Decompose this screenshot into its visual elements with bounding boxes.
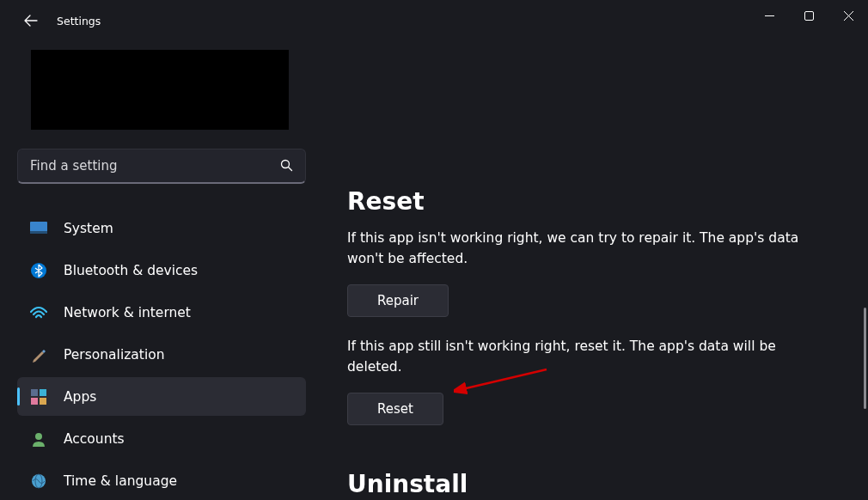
sidebar-item-label: Bluetooth & devices xyxy=(64,263,198,278)
time-icon xyxy=(29,472,48,491)
apps-icon xyxy=(29,387,48,406)
accounts-icon xyxy=(29,430,48,448)
svg-rect-7 xyxy=(31,398,38,405)
svg-rect-5 xyxy=(31,389,38,396)
window-controls xyxy=(749,0,868,31)
close-icon xyxy=(844,11,853,21)
app-title: Settings xyxy=(57,15,101,27)
personalization-icon xyxy=(29,345,48,364)
search-input[interactable] xyxy=(30,158,280,174)
sidebar-item-label: Accounts xyxy=(64,431,125,447)
svg-rect-0 xyxy=(804,11,813,20)
search-box[interactable] xyxy=(17,149,306,184)
maximize-button[interactable] xyxy=(789,0,828,31)
svg-rect-6 xyxy=(40,389,46,396)
svg-rect-8 xyxy=(40,398,46,405)
sidebar-item-label: Apps xyxy=(64,389,96,405)
maximize-icon xyxy=(804,11,814,21)
sidebar-item-time[interactable]: Time & language xyxy=(17,461,306,500)
sidebar-item-bluetooth[interactable]: Bluetooth & devices xyxy=(17,252,306,290)
sidebar-item-label: Time & language xyxy=(64,473,177,489)
sidebar-item-system[interactable]: System xyxy=(17,210,306,248)
repair-description: If this app isn't working right, we can … xyxy=(347,228,828,269)
system-icon xyxy=(29,219,48,238)
network-icon xyxy=(29,303,48,322)
back-button[interactable] xyxy=(17,7,45,34)
sidebar-item-label: Personalization xyxy=(64,347,165,363)
user-block xyxy=(31,50,289,130)
reset-description: If this app still isn't working right, r… xyxy=(347,336,828,377)
sidebar-item-network[interactable]: Network & internet xyxy=(17,294,306,332)
svg-rect-3 xyxy=(30,231,47,234)
sidebar-item-label: System xyxy=(64,221,113,236)
sidebar: System Bluetooth & devices Network & int… xyxy=(0,41,315,500)
reset-button[interactable]: Reset xyxy=(347,393,443,425)
uninstall-section-title: Uninstall xyxy=(347,470,859,498)
sidebar-item-personalization[interactable]: Personalization xyxy=(17,336,306,375)
bluetooth-icon xyxy=(29,261,48,280)
close-button[interactable] xyxy=(828,0,868,31)
scrollbar-thumb[interactable] xyxy=(864,308,866,409)
repair-button[interactable]: Repair xyxy=(347,284,449,317)
sidebar-item-apps[interactable]: Apps xyxy=(17,377,306,416)
search-icon xyxy=(280,159,293,172)
sidebar-item-accounts[interactable]: Accounts xyxy=(17,419,306,458)
sidebar-item-label: Network & internet xyxy=(64,305,191,320)
nav-list: System Bluetooth & devices Network & int… xyxy=(17,210,306,500)
content-area: Reset If this app isn't working right, w… xyxy=(315,41,868,500)
svg-point-9 xyxy=(35,433,42,440)
title-bar: Settings xyxy=(0,0,868,41)
minimize-icon xyxy=(765,11,774,21)
minimize-button[interactable] xyxy=(749,0,789,31)
arrow-left-icon xyxy=(24,14,38,27)
reset-section-title: Reset xyxy=(347,187,859,216)
